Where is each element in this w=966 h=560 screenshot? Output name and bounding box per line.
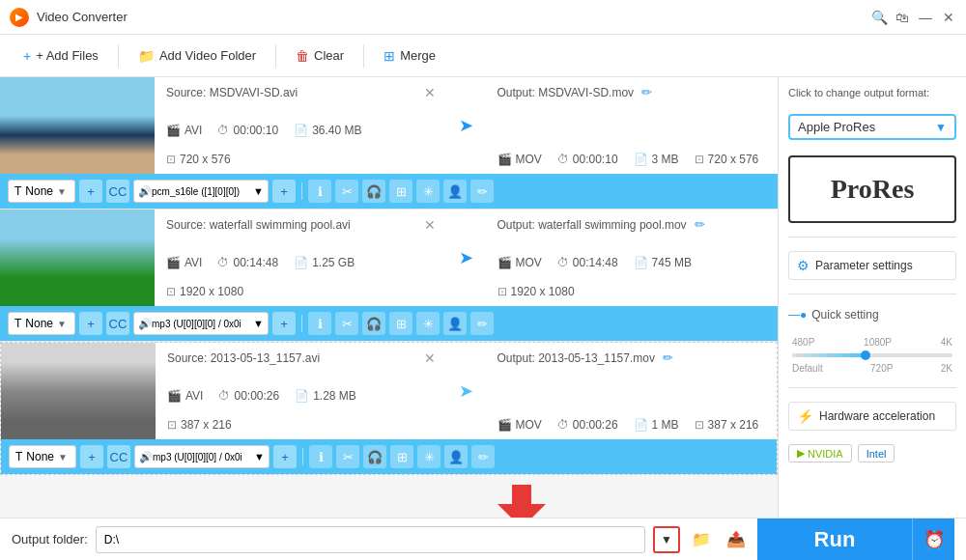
add-folder-button[interactable]: 📁 Add Video Folder [127, 42, 268, 70]
source-format-3: 🎬 AVI [167, 389, 203, 403]
audio-select-2[interactable]: 🔊 mp3 (U[0][0][0] / 0x0i ▼ [133, 312, 269, 335]
add-subtitle-3[interactable]: + [80, 445, 103, 468]
thumbnail-1 [0, 77, 155, 174]
add-audio-2[interactable]: + [272, 312, 296, 335]
app-icon: ▶ [10, 8, 29, 27]
quality-slider[interactable]: 480P 1080P 4K Default 720P 2K [788, 337, 956, 374]
add-subtitle-2[interactable]: + [79, 312, 102, 335]
audio-select-3[interactable]: 🔊 mp3 (U[0][0][0] / 0x0i ▼ [134, 445, 270, 468]
watermark-btn-2[interactable]: 👤 [443, 312, 467, 335]
run-button[interactable]: Run [757, 518, 912, 561]
output-path-input[interactable] [96, 526, 645, 553]
param-settings-button[interactable]: ⚙ Parameter settings [788, 251, 956, 280]
output-time-2: ⏱ 00:14:48 [557, 256, 618, 269]
output-time-label-1: 00:00:10 [573, 153, 618, 166]
format-selector[interactable]: Apple ProRes ▼ [788, 114, 956, 140]
label-4k: 4K [941, 337, 952, 348]
output-dim-label-1: 720 x 576 [708, 153, 759, 166]
crop-btn-2[interactable]: ⊞ [389, 312, 412, 335]
cc-btn-1[interactable]: CC [106, 180, 129, 203]
source-time-1: ⏱ 00:00:10 [217, 124, 278, 137]
out-size-icon-2: 📄 [634, 256, 648, 269]
output-dim-2: ⊡ 1920 x 1080 [497, 285, 575, 298]
cut-btn-3[interactable]: ✂ [336, 445, 359, 468]
label-1080p: 1080P [864, 337, 892, 348]
format-icon-1: 🎬 [166, 124, 181, 137]
edit-icon-2[interactable]: ✏ [695, 217, 705, 232]
subtitle-select-3[interactable]: T None ▼ [9, 445, 76, 468]
edit-btn-1[interactable]: ✏ [470, 180, 494, 203]
add-files-button[interactable]: + + Add Files [12, 42, 110, 70]
output-dropdown-button[interactable]: ▼ [653, 526, 680, 553]
watermark-btn-1[interactable]: 👤 [443, 180, 467, 203]
file-close-2[interactable]: ✕ [424, 217, 436, 233]
subtitle-select-1[interactable]: T None ▼ [8, 180, 75, 203]
add-audio-3[interactable]: + [273, 445, 297, 468]
info-btn-2[interactable]: ℹ [308, 312, 331, 335]
cut-btn-2[interactable]: ✂ [335, 312, 358, 335]
slider-thumb[interactable] [861, 350, 870, 360]
info-btn-3[interactable]: ℹ [309, 445, 332, 468]
param-settings-label: Parameter settings [815, 259, 913, 272]
format-icon-2: 🎬 [166, 256, 181, 269]
toolbar: + + Add Files 📁 Add Video Folder 🗑 Clear… [0, 35, 966, 77]
crop-btn-3[interactable]: ⊞ [390, 445, 413, 468]
add-audio-1[interactable]: + [272, 180, 296, 203]
format-selector-arrow: ▼ [935, 121, 947, 134]
format-preview-box: ProRes [788, 155, 956, 223]
crop-btn-1[interactable]: ⊞ [389, 180, 412, 203]
source-name-3: Source: 2013-05-13_1157.avi [167, 351, 320, 365]
output-share-button[interactable]: 📤 [723, 526, 750, 553]
out-time-icon-2: ⏱ [557, 256, 569, 269]
arrow-right-3: ➤ [459, 380, 473, 402]
fx-btn-3[interactable]: ✳ [417, 445, 440, 468]
bag-button[interactable]: 🛍 [895, 10, 910, 25]
alarm-button[interactable]: ⏰ [912, 518, 954, 561]
output-folder-label: Output folder: [12, 532, 88, 546]
search-button[interactable]: 🔍 [871, 10, 887, 25]
audio-label-2: mp3 (U[0][0][0] / 0x0i [152, 319, 253, 329]
file-header-2: Source: waterfall swimming pool.avi ✕ [166, 217, 436, 233]
cc-btn-3[interactable]: CC [107, 445, 130, 468]
dim-icon-1: ⊡ [166, 153, 176, 166]
headphones-btn-1[interactable]: 🎧 [362, 180, 385, 203]
cut-btn-1[interactable]: ✂ [335, 180, 358, 203]
merge-button[interactable]: ⊞ Merge [372, 42, 447, 70]
headphones-btn-2[interactable]: 🎧 [362, 312, 385, 335]
toolbar-separator-1 [118, 44, 119, 68]
fx-btn-2[interactable]: ✳ [416, 312, 440, 335]
audio-icon-1: 🔊 [138, 185, 152, 198]
fx-btn-1[interactable]: ✳ [416, 180, 440, 203]
file-header-3: Source: 2013-05-13_1157.avi ✕ [167, 350, 436, 366]
source-dim-label-1: 720 x 576 [180, 153, 231, 166]
close-button[interactable]: ✕ [941, 10, 956, 25]
output-meta-2: 🎬 MOV ⏱ 00:14:48 📄 745 MB ⊡ [497, 256, 767, 298]
file-close-1[interactable]: ✕ [424, 85, 436, 100]
clear-button[interactable]: 🗑 Clear [284, 42, 355, 70]
edit-icon-1[interactable]: ✏ [641, 85, 652, 99]
subtitle-select-2[interactable]: T None ▼ [8, 312, 75, 335]
edit-btn-2[interactable]: ✏ [470, 312, 494, 335]
add-subtitle-1[interactable]: + [79, 180, 102, 203]
file-close-3[interactable]: ✕ [424, 350, 436, 366]
output-time-3: ⏱ 00:00:26 [557, 418, 618, 432]
output-folder-button[interactable]: 📁 [688, 526, 715, 553]
output-header-2: Output: waterfall swimming pool.mov ✏ [497, 217, 767, 232]
edit-btn-3[interactable]: ✏ [471, 445, 495, 468]
subtitle-arrow-1: ▼ [57, 186, 67, 197]
output-header-1: Output: MSDVAVI-SD.mov ✏ [497, 85, 767, 99]
minimize-button[interactable]: — [918, 10, 933, 25]
edit-icon-3[interactable]: ✏ [663, 350, 673, 365]
add-files-label: + Add Files [36, 48, 99, 63]
time-icon-1: ⏱ [217, 124, 229, 137]
label-480p: 480P [792, 337, 814, 348]
audio-select-1[interactable]: 🔊 pcm_s16le ([1][0][0]) ▼ [133, 180, 269, 203]
headphones-btn-3[interactable]: 🎧 [363, 445, 386, 468]
hw-accel-button[interactable]: ⚡ Hardware acceleration [788, 402, 956, 431]
watermark-btn-3[interactable]: 👤 [444, 445, 468, 468]
subtitle-label-2: None [25, 317, 53, 330]
opts-sep-3 [302, 448, 303, 465]
info-btn-1[interactable]: ℹ [308, 180, 331, 203]
cc-btn-2[interactable]: CC [106, 312, 129, 335]
main-content: Source: MSDVAVI-SD.avi ✕ 🎬 AVI ⏱ 00:00:1… [0, 77, 966, 518]
